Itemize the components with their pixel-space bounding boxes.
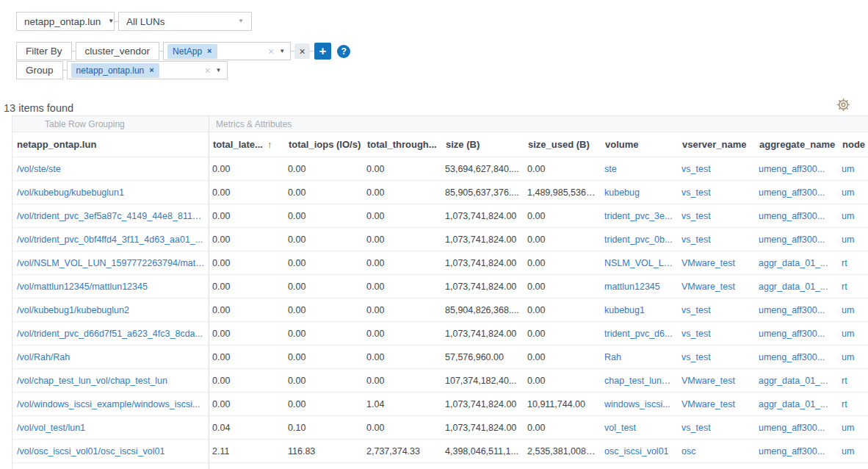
cell-lun[interactable]: /vol/NSLM_VOL_LUN_1597772263794/matts...	[12, 251, 209, 275]
cell-node[interactable]: um	[838, 204, 868, 228]
cell-aggregate_name[interactable]: umeng_aff300...	[755, 346, 838, 369]
sort-ascending-icon[interactable]: ↑	[267, 139, 272, 150]
cell-node[interactable]: um	[838, 322, 868, 346]
cell-node[interactable]: um	[838, 298, 868, 322]
cell-aggregate_name[interactable]: umeng_aff300...	[755, 416, 838, 440]
cell-node[interactable]: um	[838, 228, 868, 251]
cell-lun[interactable]: /vol/mattlun12345/mattlun12345	[12, 275, 209, 298]
cell-volume[interactable]: trident_pvc_0b...	[601, 228, 678, 251]
cell-total_iops: 0.00	[284, 251, 363, 275]
cell-lun[interactable]: /vol/kubebug1/kubebuglun2	[12, 298, 209, 322]
cell-vserver_name[interactable]: vs_test	[678, 157, 755, 181]
group-value-combo[interactable]: netapp_ontap.lun × × ▼	[67, 61, 228, 79]
cell-volume[interactable]: Rah	[601, 346, 678, 369]
cell-volume[interactable]: kubebug1	[601, 298, 678, 322]
cell-total_throughput: 0.00	[363, 181, 441, 204]
cell-lun[interactable]: /vol/Rah/Rah	[12, 346, 209, 369]
cell-aggregate_name[interactable]: umeng_aff300...	[755, 157, 838, 181]
column-header-size[interactable]: size (B)	[441, 132, 524, 157]
cell-volume[interactable]: chap_test_lun_...	[601, 369, 678, 393]
filter-field-button[interactable]: cluster_vendor	[76, 42, 160, 60]
cell-vserver_name[interactable]: VMware_test	[678, 251, 755, 275]
column-divider	[209, 116, 209, 469]
remove-filter-button[interactable]: ×	[294, 43, 310, 59]
help-icon[interactable]: ?	[337, 45, 350, 58]
table-filler-row	[12, 463, 868, 469]
cell-vserver_name[interactable]: vs_test	[678, 322, 755, 346]
cell-volume[interactable]: mattlun12345	[601, 275, 678, 298]
cell-vserver_name[interactable]: vs_test	[678, 346, 755, 369]
column-header-lun[interactable]: netapp_ontap.lun	[12, 132, 209, 157]
filter-value-combo[interactable]: NetApp × × ▼	[163, 42, 291, 60]
column-header-total_iops[interactable]: total_iops (IO/s)	[284, 132, 363, 157]
chevron-down-icon[interactable]: ▼	[216, 68, 222, 74]
cell-size: 1,073,741,824.00	[441, 228, 524, 251]
cell-lun[interactable]: /vol/osc_iscsi_vol01/osc_iscsi_vol01	[12, 440, 209, 463]
cell-volume[interactable]: ste	[601, 157, 678, 181]
cell-node[interactable]: rt	[838, 393, 868, 416]
cell-volume[interactable]: vol_test	[601, 416, 678, 440]
cell-volume[interactable]: trident_pvc_d6...	[601, 322, 678, 346]
cell-vserver_name[interactable]: vs_test	[678, 298, 755, 322]
cell-lun[interactable]: /vol/chap_test_lun_vol/chap_test_lun	[12, 369, 209, 393]
remove-tag-icon[interactable]: ×	[207, 47, 211, 55]
cell-node[interactable]: um	[838, 157, 868, 181]
cell-lun[interactable]: /vol/trident_pvc_0bf4ffd4_3f11_4d63_aa01…	[12, 228, 209, 251]
cell-lun[interactable]: /vol/kubebug/kubebuglun1	[12, 181, 209, 204]
cell-aggregate_name[interactable]: umeng_aff300...	[755, 298, 838, 322]
cell-node[interactable]: rt	[838, 251, 868, 275]
cell-aggregate_name[interactable]: aggr_data_01_...	[755, 275, 838, 298]
filter-by-button[interactable]: Filter By	[16, 42, 72, 60]
cell-vserver_name[interactable]: osc	[678, 440, 755, 463]
saved-query-select[interactable]: All LUNs ▼	[118, 12, 252, 31]
cell-node[interactable]: um	[838, 440, 868, 463]
cell-aggregate_name[interactable]: umeng_aff300...	[755, 181, 838, 204]
cell-vserver_name[interactable]: vs_test	[678, 416, 755, 440]
column-header-node[interactable]: node	[838, 132, 868, 157]
cell-aggregate_name[interactable]: aggr_data_01_...	[755, 369, 838, 393]
column-header-volume[interactable]: volume	[601, 132, 678, 157]
column-header-total_latency[interactable]: total_late...↑	[209, 132, 284, 157]
cell-node[interactable]: um	[838, 346, 868, 369]
cell-lun[interactable]: /vol/trident_pvc_3ef5a87c_4149_44e8_8113…	[12, 204, 209, 228]
cell-vserver_name[interactable]: vs_test	[678, 181, 755, 204]
cell-aggregate_name[interactable]: aggr_data_01_...	[755, 393, 838, 416]
cell-aggregate_name[interactable]: umeng_aff300...	[755, 322, 838, 346]
cell-node[interactable]: rt	[838, 275, 868, 298]
object-type-select[interactable]: netapp_ontap.lun ▼	[16, 12, 115, 31]
cell-volume[interactable]: NSLM_VOL_LU...	[601, 251, 678, 275]
cell-aggregate_name[interactable]: aggr_data_01_...	[755, 251, 838, 275]
cell-lun[interactable]: /vol/windows_iscsi_example/windows_iscsi…	[12, 393, 209, 416]
cell-vserver_name[interactable]: VMware_test	[678, 393, 755, 416]
clear-selection-icon[interactable]: ×	[204, 65, 210, 76]
cell-vserver_name[interactable]: vs_test	[678, 204, 755, 228]
column-header-aggregate_name[interactable]: aggregate_name	[755, 132, 838, 157]
cell-vserver_name[interactable]: vs_test	[678, 228, 755, 251]
cell-vserver_name[interactable]: VMware_test	[678, 275, 755, 298]
cell-volume[interactable]: trident_pvc_3e...	[601, 204, 678, 228]
column-header-total_throughput[interactable]: total_through...	[363, 132, 441, 157]
cell-node[interactable]: rt	[838, 369, 868, 393]
group-button[interactable]: Group	[16, 61, 63, 79]
table-settings-gear-icon[interactable]	[836, 98, 850, 115]
column-header-vserver_name[interactable]: vserver_name	[678, 132, 755, 157]
cell-node[interactable]: um	[838, 181, 868, 204]
cell-aggregate_name[interactable]: umeng_aff300...	[755, 228, 838, 251]
column-header-size_used[interactable]: size_used (B)	[524, 132, 601, 157]
clear-selection-icon[interactable]: ×	[268, 46, 274, 57]
cell-lun[interactable]: /vol/trident_pvc_d66d7f51_a623_4fc3_8cda…	[12, 322, 209, 346]
cell-lun[interactable]: /vol/vol_test/lun1	[12, 416, 209, 440]
remove-tag-icon[interactable]: ×	[149, 66, 153, 74]
cell-volume[interactable]: windows_iscsi...	[601, 393, 678, 416]
cell-aggregate_name[interactable]: umeng_aff300...	[755, 440, 838, 463]
cell-volume[interactable]: osc_iscsi_vol01	[601, 440, 678, 463]
chevron-down-icon[interactable]: ▼	[279, 49, 285, 54]
cell-aggregate_name[interactable]: umeng_aff300...	[755, 204, 838, 228]
cell-node[interactable]: um	[838, 416, 868, 440]
cell-vserver_name[interactable]: VMware_test	[678, 369, 755, 393]
table-row: /vol/vol_test/lun10.040.100.001,073,741,…	[12, 416, 868, 440]
cell-lun[interactable]: /vol/ste/ste	[12, 157, 209, 181]
add-filter-button[interactable]: +	[314, 43, 331, 60]
cell-volume[interactable]: kubebug	[601, 181, 678, 204]
group-tag-label: netapp_ontap.lun	[76, 66, 145, 75]
